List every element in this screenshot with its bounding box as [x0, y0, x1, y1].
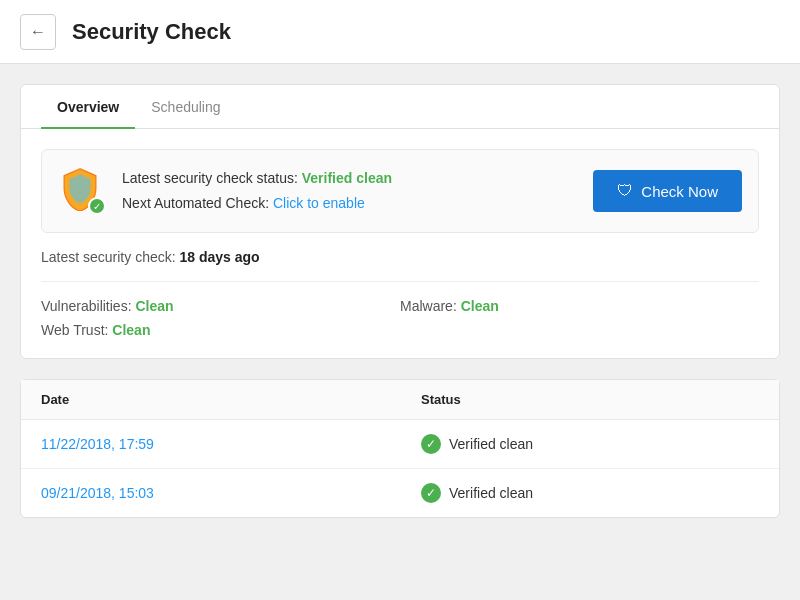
- back-button[interactable]: ←: [20, 14, 56, 50]
- col-status: Status: [401, 380, 779, 420]
- history-table: Date Status 11/22/2018, 17:59 ✓ Verified…: [21, 380, 779, 517]
- col-date: Date: [21, 380, 401, 420]
- btn-shield-icon: 🛡: [617, 182, 633, 200]
- history-status-value: Verified clean: [449, 436, 533, 452]
- last-check-value: 18 days ago: [180, 249, 260, 265]
- history-card: Date Status 11/22/2018, 17:59 ✓ Verified…: [20, 379, 780, 518]
- page-title: Security Check: [72, 19, 231, 45]
- shield-icon: ✓: [58, 167, 106, 215]
- metrics-grid: Vulnerabilities: Clean Malware: Clean We…: [41, 298, 759, 338]
- tab-overview[interactable]: Overview: [41, 85, 135, 129]
- verified-prefix: Latest security check status:: [122, 170, 298, 186]
- status-info: Latest security check status: Verified c…: [122, 166, 392, 216]
- verified-badge-icon: ✓: [88, 197, 106, 215]
- metric-malware-label: Malware:: [400, 298, 457, 314]
- status-section: ✓ Latest security check status: Verified…: [21, 129, 779, 358]
- metric-webtrust-value: Clean: [112, 322, 150, 338]
- history-date-link[interactable]: 09/21/2018, 15:03: [41, 485, 154, 501]
- last-check-line: Latest security check: 18 days ago: [41, 249, 759, 282]
- tab-scheduling[interactable]: Scheduling: [135, 85, 236, 129]
- metric-webtrust-label: Web Trust:: [41, 322, 108, 338]
- verified-check-icon: ✓: [421, 434, 441, 454]
- metric-webtrust: Web Trust: Clean: [41, 322, 400, 338]
- metric-vulnerabilities: Vulnerabilities: Clean: [41, 298, 400, 314]
- table-row: 09/21/2018, 15:03 ✓ Verified clean: [21, 469, 779, 518]
- table-row: 11/22/2018, 17:59 ✓ Verified clean: [21, 420, 779, 469]
- history-date-link[interactable]: 11/22/2018, 17:59: [41, 436, 154, 452]
- next-check-line: Next Automated Check: Click to enable: [122, 191, 392, 216]
- history-date-cell: 11/22/2018, 17:59: [21, 420, 401, 469]
- main-content: Overview Scheduling ✓: [0, 64, 800, 600]
- verified-value: Verified clean: [302, 170, 392, 186]
- page-header: ← Security Check: [0, 0, 800, 64]
- table-header-row: Date Status: [21, 380, 779, 420]
- metric-vuln-value: Clean: [135, 298, 173, 314]
- next-check-prefix: Next Automated Check:: [122, 195, 269, 211]
- status-row: ✓ Latest security check status: Verified…: [41, 149, 759, 233]
- tab-bar: Overview Scheduling: [21, 85, 779, 129]
- metric-malware-value: Clean: [461, 298, 499, 314]
- enable-link[interactable]: Click to enable: [273, 195, 365, 211]
- back-arrow-icon: ←: [30, 23, 46, 41]
- verified-check-icon: ✓: [421, 483, 441, 503]
- last-check-prefix: Latest security check:: [41, 249, 176, 265]
- history-status-cell: ✓ Verified clean: [401, 420, 779, 469]
- status-left: ✓ Latest security check status: Verified…: [58, 166, 392, 216]
- check-now-label: Check Now: [641, 183, 718, 200]
- history-status-value: Verified clean: [449, 485, 533, 501]
- check-now-button[interactable]: 🛡 Check Now: [593, 170, 742, 212]
- history-date-cell: 09/21/2018, 15:03: [21, 469, 401, 518]
- verified-status-line: Latest security check status: Verified c…: [122, 166, 392, 191]
- overview-card: Overview Scheduling ✓: [20, 84, 780, 359]
- metric-vuln-label: Vulnerabilities:: [41, 298, 132, 314]
- history-status-cell: ✓ Verified clean: [401, 469, 779, 518]
- metric-malware: Malware: Clean: [400, 298, 759, 314]
